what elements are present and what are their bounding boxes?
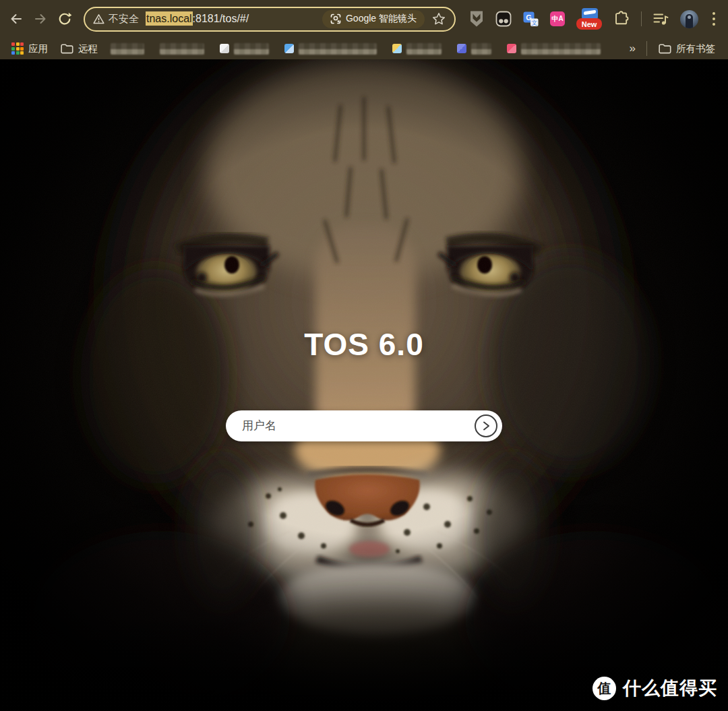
media-playlist-icon xyxy=(653,12,669,26)
toolbar-divider xyxy=(641,11,642,26)
media-controls-button[interactable] xyxy=(653,12,669,26)
extension-tampermonkey[interactable] xyxy=(495,11,512,27)
redacted-bookmark[interactable] xyxy=(389,42,445,56)
extension-immersive-translate[interactable]: 中A xyxy=(550,11,565,26)
extension-shield-monkey[interactable] xyxy=(469,10,484,28)
chrome-menu-button[interactable] xyxy=(710,9,718,28)
shield-m-icon xyxy=(469,10,484,28)
folder-icon xyxy=(659,44,671,54)
bookmarks-divider xyxy=(646,41,647,56)
back-button[interactable] xyxy=(4,7,28,31)
warning-triangle-icon xyxy=(93,13,104,24)
smzdm-watermark: 值 什么值得买 xyxy=(593,676,717,700)
all-bookmarks-label: 所有书签 xyxy=(676,42,715,55)
reload-button[interactable] xyxy=(53,7,77,31)
bookmark-favicon xyxy=(507,44,516,53)
reload-icon xyxy=(57,11,72,26)
bookmark-star-button[interactable] xyxy=(429,9,449,29)
redacted-bookmark-label xyxy=(160,43,204,55)
browser-toolbar: 不安全 tnas.local:8181/tos/#/ Google 智能镜头 xyxy=(0,0,728,38)
extensions-strip: G 文 中A New xyxy=(469,8,718,30)
tampermonkey-icon xyxy=(495,11,512,27)
new-badge: New xyxy=(576,18,602,30)
bookmark-favicon xyxy=(457,44,466,53)
forward-button[interactable] xyxy=(28,7,53,31)
redacted-bookmark[interactable] xyxy=(281,42,380,56)
google-lens-label: Google 智能镜头 xyxy=(346,13,417,25)
extensions-menu-button[interactable] xyxy=(613,11,630,27)
redacted-bookmarks xyxy=(107,42,604,56)
bookmark-favicon xyxy=(220,44,229,53)
bookmarks-bar: 应用 远程 » xyxy=(0,38,728,59)
login-submit-button[interactable] xyxy=(475,414,497,437)
redacted-bookmark-label xyxy=(471,43,491,55)
login-form xyxy=(226,410,502,441)
redacted-bookmark[interactable] xyxy=(454,42,495,56)
extension-google-translate[interactable]: G 文 xyxy=(523,11,539,27)
google-lens-icon xyxy=(330,13,341,24)
page-title: TOS 6.0 xyxy=(0,326,728,363)
security-label: 不安全 xyxy=(109,13,139,26)
lynx-background-image xyxy=(0,59,728,711)
url-rest: :8181/tos/#/ xyxy=(193,13,249,24)
bookmarks-right-group: » 所有书签 xyxy=(627,41,719,57)
tos-login-page: TOS 6.0 值 什么值得买 xyxy=(0,59,728,711)
puzzle-piece-icon xyxy=(613,11,630,27)
immersive-translate-icon: 中A xyxy=(550,11,565,26)
redacted-bookmark-label xyxy=(299,43,377,55)
google-lens-chip[interactable]: Google 智能镜头 xyxy=(322,10,425,28)
google-translate-icon: G 文 xyxy=(523,11,539,27)
redacted-bookmark[interactable] xyxy=(156,42,208,56)
browser-window: 不安全 tnas.local:8181/tos/#/ Google 智能镜头 xyxy=(0,0,728,711)
redacted-bookmark-label xyxy=(406,43,442,55)
dot xyxy=(712,12,715,15)
profile-avatar[interactable] xyxy=(680,10,698,28)
bookmarks-overflow-button[interactable]: » xyxy=(627,42,638,55)
folder-icon xyxy=(61,44,73,54)
redacted-bookmark-label xyxy=(521,43,601,55)
dot xyxy=(712,23,715,26)
back-arrow-icon xyxy=(9,11,24,26)
bookmark-favicon xyxy=(392,44,402,53)
apps-label: 应用 xyxy=(28,42,48,55)
extension-with-new-badge[interactable]: New xyxy=(576,8,602,30)
security-chip[interactable]: 不安全 xyxy=(93,13,139,26)
bookmark-favicon xyxy=(284,44,294,53)
dot xyxy=(712,18,715,20)
address-bar[interactable]: 不安全 tnas.local:8181/tos/#/ Google 智能镜头 xyxy=(84,7,456,32)
bookmark-folder-remote[interactable]: 远程 xyxy=(57,41,101,57)
redacted-bookmark[interactable] xyxy=(107,42,148,56)
apps-grid-icon xyxy=(11,42,24,55)
all-bookmarks-button[interactable]: 所有书签 xyxy=(655,41,719,57)
redacted-bookmark-label xyxy=(234,43,269,55)
url-text: tnas.local:8181/tos/#/ xyxy=(146,13,249,25)
star-icon xyxy=(432,12,446,26)
blue-extension-icon: New xyxy=(576,8,602,30)
bookmark-apps[interactable]: 应用 xyxy=(8,41,51,57)
chevron-right-icon xyxy=(481,421,491,431)
remote-label: 远程 xyxy=(78,42,98,55)
smzdm-watermark-text: 什么值得买 xyxy=(623,676,717,700)
redacted-bookmark[interactable] xyxy=(504,42,604,56)
username-input[interactable] xyxy=(242,419,475,433)
forward-arrow-icon xyxy=(33,11,48,26)
smzdm-badge-icon: 值 xyxy=(593,677,616,700)
svg-text:文: 文 xyxy=(531,19,537,26)
redacted-bookmark-label xyxy=(111,43,144,55)
browser-chrome: 不安全 tnas.local:8181/tos/#/ Google 智能镜头 xyxy=(0,0,728,59)
url-selected-host: tnas.local xyxy=(146,11,193,26)
redacted-bookmark[interactable] xyxy=(216,42,272,56)
